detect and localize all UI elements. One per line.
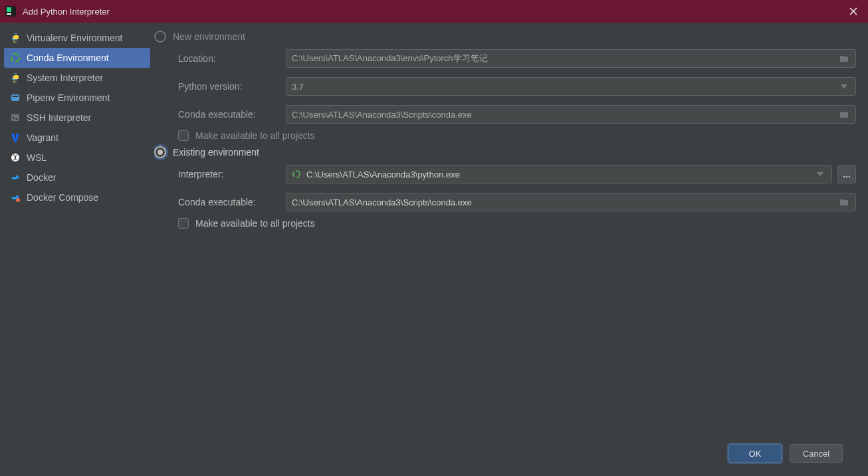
location-value: C:\Users\ATLAS\Anaconda3\envs\Pytorch学习笔… [292,53,488,64]
close-icon [849,7,857,15]
sidebar-item-conda[interactable]: Conda Environment [4,48,150,68]
sidebar-item-label: WSL [27,152,47,163]
interpreter-select[interactable]: C:\Users\ATLAS\Anaconda3\python.exe [286,165,832,183]
python-version-value: 3.7 [292,82,304,92]
conda-exec-value: C:\Users\ATLAS\Anaconda3\Scripts\conda.e… [292,110,472,120]
svg-point-3 [11,54,19,62]
sidebar-item-label: Conda Environment [27,53,109,63]
titlebar: Add Python Interpreter [0,0,868,23]
svg-rect-5 [13,96,18,97]
folder-icon [838,196,850,208]
location-field[interactable]: C:\Users\ATLAS\Anaconda3\envs\Pytorch学习笔… [286,49,856,68]
folder-icon [838,53,850,64]
wsl-icon [9,152,21,164]
python-version-select[interactable]: 3.7 [286,77,856,96]
svg-rect-6 [11,114,19,121]
vagrant-icon [9,132,21,144]
python-version-label: Python version: [178,81,278,92]
existing-env-radio-label: Existing environment [173,147,259,158]
python-icon [9,72,21,84]
folder-icon [838,108,850,120]
existing-env-form: Interpreter: C:\Users\ATLAS\Anaconda3\py… [178,165,856,211]
svg-rect-2 [7,13,11,15]
sidebar-item-vagrant[interactable]: Vagrant [4,128,150,148]
conda-exec-field-new[interactable]: C:\Users\ATLAS\Anaconda3\Scripts\conda.e… [286,105,856,124]
conda-exec-value-existing: C:\Users\ATLAS\Anaconda3\Scripts\conda.e… [292,197,472,207]
conda-exec-label: Conda executable: [178,109,278,120]
conda-exec-label-existing: Conda executable: [178,197,278,207]
new-env-form: Location: C:\Users\ATLAS\Anaconda3\envs\… [178,49,856,124]
svg-rect-1 [7,7,11,12]
interpreter-label: Interpreter: [178,169,278,179]
ok-button[interactable]: OK [728,444,782,463]
sidebar-item-label: Docker [27,172,56,183]
sidebar-item-label: Pipenv Environment [27,92,110,103]
checkbox-icon [178,218,189,229]
sidebar-item-label: Virtualenv Environment [27,33,122,43]
svg-rect-4 [11,94,19,101]
docker-icon [9,172,21,183]
make-available-existing-row[interactable]: Make available to all projects [178,218,856,229]
radio-icon [154,146,166,158]
sidebar-item-wsl[interactable]: WSL [4,148,150,168]
new-env-radio-row[interactable]: New environment [154,31,856,43]
conda-icon [9,52,21,64]
sidebar-item-label: SSH Interpreter [27,112,91,123]
ellipsis-icon: ... [843,169,851,179]
ssh-icon [9,112,21,124]
chevron-down-icon [838,80,850,92]
location-label: Location: [178,53,278,64]
sidebar-item-pipenv[interactable]: Pipenv Environment [4,88,150,108]
sidebar-item-ssh[interactable]: SSH Interpreter [4,108,150,128]
conda-exec-field-existing[interactable]: C:\Users\ATLAS\Anaconda3\Scripts\conda.e… [286,193,856,211]
checkbox-icon [178,130,189,141]
browse-interpreter-button[interactable]: ... [837,165,856,183]
pycharm-app-icon [4,5,17,18]
cancel-button[interactable]: Cancel [790,444,843,463]
sidebar-item-system[interactable]: System Interpreter [4,68,150,88]
python-icon [9,32,21,44]
sidebar-item-label: System Interpreter [27,72,103,83]
svg-point-8 [16,198,20,202]
conda-spinner-icon [292,170,301,179]
docker-compose-icon [9,191,21,203]
sidebar-item-label: Vagrant [27,132,58,143]
settings-panel: New environment Location: C:\Users\ATLAS… [154,23,868,476]
dialog-footer: OK Cancel [154,436,856,471]
sidebar-item-virtualenv[interactable]: Virtualenv Environment [4,28,150,48]
interpreter-value: C:\Users\ATLAS\Anaconda3\python.exe [306,170,460,179]
existing-env-radio-row[interactable]: Existing environment [154,146,856,158]
sidebar-item-docker-compose[interactable]: Docker Compose [4,187,150,207]
svg-point-9 [293,171,300,178]
interpreter-type-sidebar: Virtualenv Environment Conda Environment… [0,23,154,476]
chevron-down-icon [814,168,826,180]
make-available-new-label: Make available to all projects [195,130,315,141]
make-available-new-row[interactable]: Make available to all projects [178,130,856,141]
make-available-existing-label: Make available to all projects [195,218,315,229]
sidebar-item-label: Docker Compose [27,192,98,203]
new-env-radio-label: New environment [173,31,245,42]
window-title: Add Python Interpreter [23,7,843,17]
pipenv-icon [9,92,21,104]
radio-icon [154,31,166,43]
close-button[interactable] [843,1,864,22]
sidebar-item-docker[interactable]: Docker [4,168,150,187]
